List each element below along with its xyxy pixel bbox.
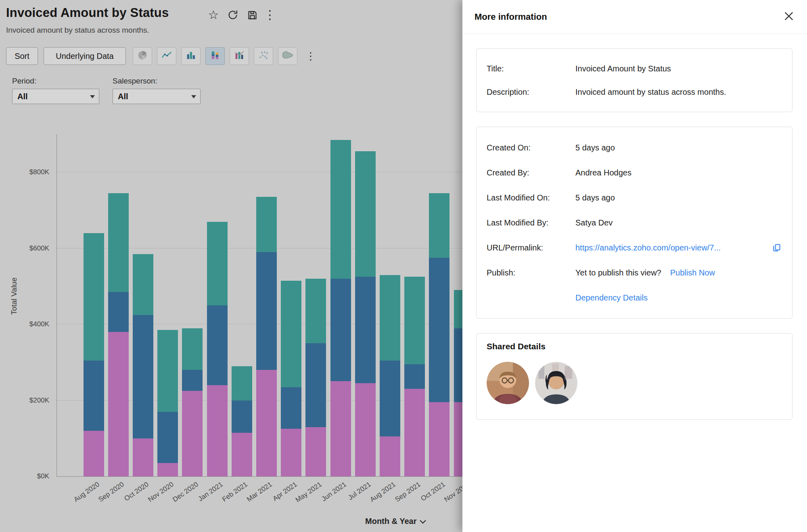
x-axis-title[interactable]: Month & Year xyxy=(365,517,426,526)
bar-segment[interactable] xyxy=(380,436,400,476)
bar-segment[interactable] xyxy=(429,258,449,402)
bar-segment[interactable] xyxy=(404,277,425,364)
bar-segment[interactable] xyxy=(281,281,301,387)
more-options-button[interactable]: ⋮ xyxy=(263,8,277,22)
avatar-user-2[interactable] xyxy=(535,362,577,404)
bar-segment[interactable] xyxy=(133,254,153,315)
gridline xyxy=(57,172,468,172)
sort-button[interactable]: Sort xyxy=(6,47,38,65)
chart-type-bar-button[interactable] xyxy=(181,47,201,65)
chart-type-scatter-button[interactable] xyxy=(254,47,273,65)
salesperson-filter-select[interactable]: All xyxy=(113,89,201,104)
chart-type-stacked-bar-button[interactable] xyxy=(205,47,225,65)
x-tick-label: Aug 2020 xyxy=(57,480,101,515)
bar-segment[interactable] xyxy=(305,427,326,476)
bar-segment[interactable] xyxy=(182,370,203,391)
bar-segment[interactable] xyxy=(429,193,449,258)
dependency-details-link[interactable]: Dependency Details xyxy=(575,293,648,303)
bar-segment[interactable] xyxy=(84,431,104,476)
bar-segment[interactable] xyxy=(380,275,400,361)
star-icon: ☆ xyxy=(208,9,219,21)
panel-header: More information xyxy=(462,0,807,34)
shared-details-title: Shared Details xyxy=(487,342,782,351)
refresh-button[interactable] xyxy=(226,8,240,22)
period-filter-label: Period: xyxy=(12,77,36,86)
info-row-title: Title:Invoiced Amount by Status xyxy=(487,57,782,80)
bar-segment[interactable] xyxy=(182,328,203,370)
page-subtitle: Invoiced amount by status across months. xyxy=(6,26,149,35)
bar-segment[interactable] xyxy=(305,279,326,343)
bar-segment[interactable] xyxy=(330,279,351,381)
copy-icon[interactable] xyxy=(771,242,782,253)
permalink-link[interactable]: https://analytics.zoho.com/open-view/7..… xyxy=(575,243,721,252)
info-row-created-on: Created On:5 days ago xyxy=(487,135,782,160)
bar-segment[interactable] xyxy=(256,197,277,252)
bar-segment[interactable] xyxy=(380,361,400,436)
bar-segment[interactable] xyxy=(182,391,203,476)
shared-avatars xyxy=(487,362,782,408)
chart-type-multi-bar-button[interactable] xyxy=(230,47,249,65)
y-tick-label: $800K xyxy=(16,168,49,176)
kebab-menu-icon: ⋮ xyxy=(264,9,276,21)
favorite-button[interactable]: ☆ xyxy=(207,8,220,22)
bar-segment[interactable] xyxy=(157,412,178,463)
multi-bar-chart-icon xyxy=(234,50,245,63)
chart-type-pie-button[interactable] xyxy=(133,47,152,65)
y-tick-label: $400K xyxy=(16,320,49,328)
bar-segment[interactable] xyxy=(84,233,104,361)
info-value: 5 days ago xyxy=(575,193,615,202)
x-axis-title-label: Month & Year xyxy=(365,517,416,526)
title-description-card: Title:Invoiced Amount by StatusDescripti… xyxy=(476,48,792,112)
bar-segment[interactable] xyxy=(207,305,228,385)
bar-segment[interactable] xyxy=(108,332,129,476)
info-row-url-permalink: URL/Permalink:https://analytics.zoho.com… xyxy=(487,235,782,260)
info-row-last-modified-on: Last Modified On:5 days ago xyxy=(487,185,782,210)
chart-type-map-button[interactable] xyxy=(278,47,297,65)
bar-segment[interactable] xyxy=(133,438,153,476)
bar-segment[interactable] xyxy=(404,389,425,476)
chart-type-line-button[interactable] xyxy=(157,47,176,65)
avatar-user-1[interactable] xyxy=(487,362,529,404)
bar-segment[interactable] xyxy=(355,383,376,476)
bar-segment[interactable] xyxy=(330,140,351,279)
bar-segment[interactable] xyxy=(355,277,376,383)
y-tick-label: $600K xyxy=(16,244,49,252)
more-chart-types-button[interactable]: ⋮ xyxy=(303,47,318,65)
info-value: Invoiced amount by status across months. xyxy=(575,88,726,97)
bar-segment[interactable] xyxy=(330,381,351,476)
page-title: Invoiced Amount by Status xyxy=(6,6,169,20)
underlying-data-button[interactable]: Underlying Data xyxy=(44,47,126,65)
publish-now-link[interactable]: Publish Now xyxy=(670,268,715,277)
bar-segment[interactable] xyxy=(108,193,129,292)
bar-segment[interactable] xyxy=(232,433,252,476)
bar-segment[interactable] xyxy=(232,366,252,401)
bar-segment[interactable] xyxy=(305,343,326,427)
save-button[interactable] xyxy=(245,8,259,22)
x-tick-label: May 2021 xyxy=(279,480,323,515)
bar-segment[interactable] xyxy=(232,401,252,433)
bar-segment[interactable] xyxy=(404,364,425,389)
x-tick-label: Dec 2020 xyxy=(155,480,200,515)
bar-segment[interactable] xyxy=(256,370,277,476)
x-tick-label: Jan 2021 xyxy=(180,480,225,515)
bar-segment[interactable] xyxy=(429,402,449,476)
bar-segment[interactable] xyxy=(207,385,228,476)
chevron-down-icon xyxy=(191,95,196,98)
period-filter-select[interactable]: All xyxy=(12,89,99,104)
bar-segment[interactable] xyxy=(281,429,301,476)
bar-segment[interactable] xyxy=(355,151,376,277)
bar-segment[interactable] xyxy=(157,330,178,412)
bar-segment[interactable] xyxy=(133,315,153,438)
bar-segment[interactable] xyxy=(84,361,104,431)
stacked-bar-chart-icon xyxy=(209,50,221,63)
more-chart-types-icon: ⋮ xyxy=(305,51,316,61)
info-row-dependency-details: Dependency Details xyxy=(487,285,782,310)
info-row-created-by: Created By:Andrea Hodges xyxy=(487,160,782,185)
bar-segment[interactable] xyxy=(108,292,129,332)
metadata-card: Created On:5 days agoCreated By:Andrea H… xyxy=(476,127,792,319)
bar-segment[interactable] xyxy=(281,387,301,429)
bar-segment[interactable] xyxy=(256,252,277,370)
close-panel-button[interactable] xyxy=(782,10,796,24)
bar-segment[interactable] xyxy=(207,222,228,305)
bar-segment[interactable] xyxy=(157,463,178,476)
